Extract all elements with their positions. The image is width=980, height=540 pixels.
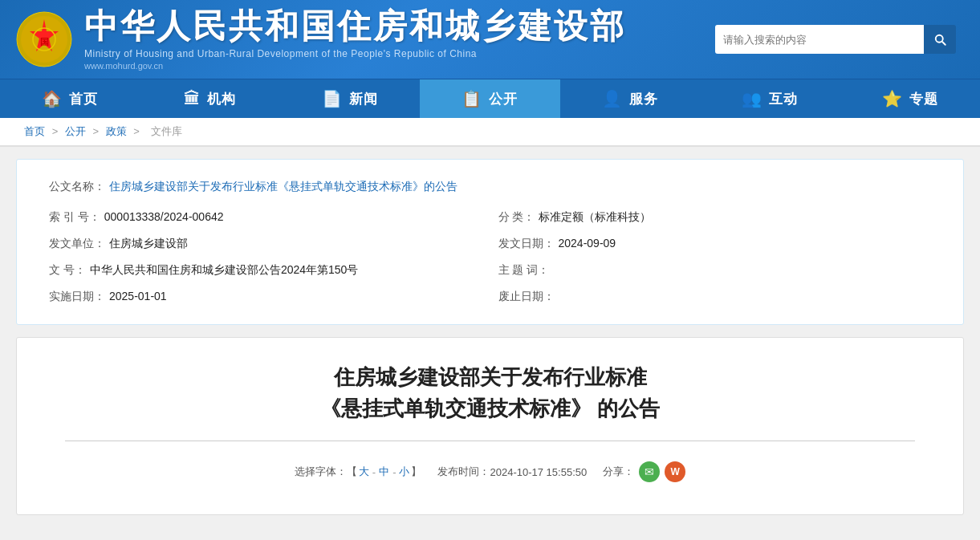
doc-issue-date-value: 2024-09-09 (559, 237, 616, 250)
font-bracket: 】 (411, 465, 421, 479)
logo-area: 国 中华人民共和国住房和城乡建设部 Ministry of Housing an… (16, 8, 626, 71)
nav-item-service[interactable]: 👤 服务 (560, 79, 700, 118)
nav-label-institution: 机构 (207, 90, 236, 108)
wechat-icon: ✉ (645, 465, 654, 478)
doc-issuer-row: 发文单位： 住房城乡建设部 (49, 237, 482, 251)
doc-info-card: 公文名称： 住房城乡建设部关于发布行业标准《悬挂式单轨交通技术标准》的公告 索 … (16, 159, 964, 325)
breadcrumb-open[interactable]: 公开 (65, 125, 86, 137)
search-button[interactable] (924, 25, 956, 54)
search-icon (933, 32, 947, 47)
doc-expiry-row: 废止日期： (498, 290, 932, 304)
logo-emblem: 国 (16, 11, 72, 67)
doc-index-label: 索 引 号： (49, 210, 100, 225)
svg-text:国: 国 (40, 37, 49, 47)
nav-item-special[interactable]: ⭐ 专题 (840, 79, 980, 118)
main-nav: 🏠 首页 🏛 机构 📄 新闻 📋 公开 👤 服务 👥 互动 ⭐ 专题 (0, 79, 980, 118)
share-icons: ✉ W (639, 461, 685, 482)
publish-time: 2024-10-17 15:55:50 (490, 466, 587, 478)
font-size-selector: 选择字体：【 大 - 中 - 小 】 (295, 465, 422, 479)
share-label: 分享： (603, 465, 634, 479)
doc-subject-row: 主 题 词： (498, 263, 932, 278)
news-icon: 📄 (322, 89, 343, 108)
breadcrumb-sep-3: > (133, 125, 142, 137)
logo-text-area: 中华人民共和国住房和城乡建设部 Ministry of Housing and … (84, 8, 626, 71)
article-meta: 选择字体：【 大 - 中 - 小 】 发布时间： 2024-10-17 15:5… (65, 453, 915, 490)
open-icon: 📋 (462, 89, 482, 108)
doc-index-row: 索 引 号： 000013338/2024-00642 (49, 210, 482, 225)
doc-index-value: 000013338/2024-00642 (104, 210, 224, 223)
nav-item-open[interactable]: 📋 公开 (420, 79, 559, 118)
breadcrumb: 首页 > 公开 > 政策 > 文件库 (0, 118, 980, 146)
nav-label-interact: 互动 (769, 90, 798, 108)
font-medium-link[interactable]: 中 (379, 465, 389, 479)
doc-num-label: 文 号： (49, 263, 86, 278)
breadcrumb-sep-2: > (92, 125, 101, 137)
doc-expiry-label: 废止日期： (498, 290, 555, 304)
article-divider (65, 441, 915, 441)
site-url: www.mohurd.gov.cn (84, 61, 626, 71)
interact-icon: 👥 (742, 89, 762, 108)
main-content: 公文名称： 住房城乡建设部关于发布行业标准《悬挂式单轨交通技术标准》的公告 索 … (0, 147, 980, 527)
nav-label-service: 服务 (629, 90, 658, 108)
institution-icon: 🏛 (184, 90, 201, 108)
doc-category-row: 分 类： 标准定额（标准科技） (498, 210, 932, 225)
doc-effective-value: 2025-01-01 (109, 290, 167, 302)
service-icon: 👤 (602, 89, 623, 108)
breadcrumb-sep-1: > (52, 125, 61, 137)
font-small-link[interactable]: 小 (399, 465, 409, 479)
doc-subject-label: 主 题 词： (498, 263, 550, 278)
article-card: 住房城乡建设部关于发布行业标准 《悬挂式单轨交通技术标准》 的公告 选择字体：【… (16, 337, 964, 515)
share-area: 分享： ✉ W (603, 461, 685, 482)
home-icon: 🏠 (42, 89, 63, 108)
share-wechat-button[interactable]: ✉ (639, 461, 660, 482)
nav-label-special: 专题 (909, 90, 938, 108)
article-title-line2: 《悬挂式单轨交通技术标准》 的公告 (65, 393, 915, 424)
doc-title-row: 公文名称： 住房城乡建设部关于发布行业标准《悬挂式单轨交通技术标准》的公告 (49, 180, 931, 194)
doc-issue-date-label: 发文日期： (498, 237, 555, 251)
article-title: 住房城乡建设部关于发布行业标准 《悬挂式单轨交通技术标准》 的公告 (65, 362, 915, 424)
search-area (715, 25, 956, 54)
doc-category-value: 标准定额（标准科技） (539, 210, 651, 225)
doc-category-label: 分 类： (498, 210, 535, 225)
breadcrumb-current: 文件库 (151, 125, 182, 137)
publish-label: 发布时间： (437, 465, 490, 479)
font-large-link[interactable]: 大 (359, 465, 369, 479)
nav-item-interact[interactable]: 👥 互动 (700, 79, 840, 118)
doc-effective-row: 实施日期： 2025-01-01 (49, 290, 482, 304)
nav-label-home: 首页 (69, 90, 98, 108)
font-size-label: 选择字体：【 (295, 465, 357, 479)
doc-title-label: 公文名称： (49, 180, 105, 194)
search-input[interactable] (715, 25, 924, 54)
nav-item-home[interactable]: 🏠 首页 (0, 79, 140, 118)
doc-issuer-label: 发文单位： (49, 237, 105, 251)
doc-effective-label: 实施日期： (49, 290, 105, 304)
doc-num-row: 文 号： 中华人民共和国住房和城乡建设部公告2024年第150号 (49, 263, 482, 278)
publish-info: 发布时间： 2024-10-17 15:55:50 (437, 465, 587, 479)
share-weibo-button[interactable]: W (665, 461, 685, 482)
site-title: 中华人民共和国住房和城乡建设部 (84, 8, 626, 45)
doc-issuer-value: 住房城乡建设部 (109, 237, 188, 251)
nav-label-open: 公开 (489, 90, 518, 108)
site-subtitle: Ministry of Housing and Urban-Rural Deve… (84, 48, 626, 59)
doc-title-value: 住房城乡建设部关于发布行业标准《悬挂式单轨交通技术标准》的公告 (109, 180, 457, 194)
breadcrumb-policy[interactable]: 政策 (106, 125, 127, 137)
nav-label-news: 新闻 (349, 90, 378, 108)
weibo-icon: W (671, 466, 680, 477)
doc-num-value: 中华人民共和国住房和城乡建设部公告2024年第150号 (90, 263, 359, 278)
doc-issue-date-row: 发文日期： 2024-09-09 (498, 237, 932, 251)
nav-item-news[interactable]: 📄 新闻 (280, 79, 420, 118)
special-icon: ⭐ (882, 89, 903, 108)
breadcrumb-home[interactable]: 首页 (24, 125, 45, 137)
article-title-line1: 住房城乡建设部关于发布行业标准 (65, 362, 915, 393)
header: 国 中华人民共和国住房和城乡建设部 Ministry of Housing an… (0, 0, 980, 79)
nav-item-institution[interactable]: 🏛 机构 (140, 79, 279, 118)
